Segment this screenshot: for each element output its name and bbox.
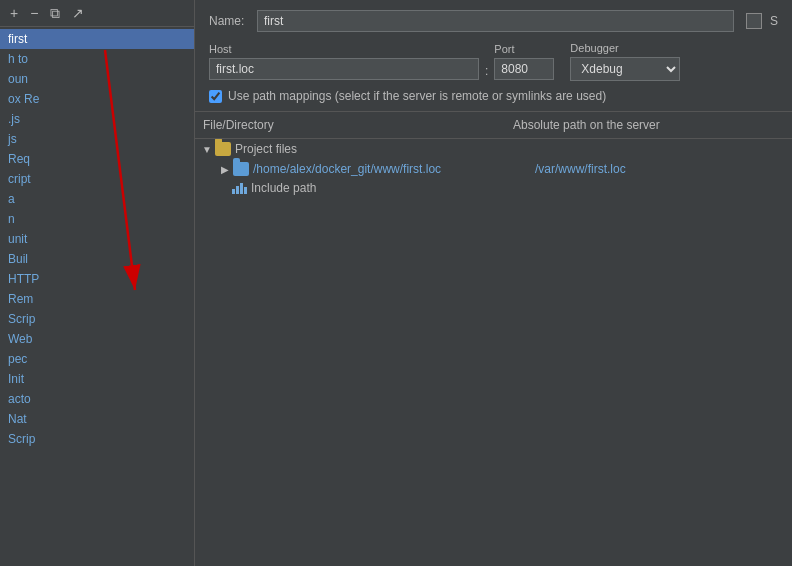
- sidebar-item-12[interactable]: HTTP: [0, 269, 194, 289]
- path-mappings-checkbox[interactable]: [209, 90, 222, 103]
- host-port-row: Host : Port Debugger Xdebug Zend Debugge…: [209, 42, 778, 81]
- table-body: ▼ Project files ▶ /home/alex/docker_git/…: [195, 139, 792, 566]
- sidebar-item-1[interactable]: h to: [0, 49, 194, 69]
- table-row[interactable]: ▶ /home/alex/docker_git/www/first.loc /v…: [195, 159, 792, 179]
- sidebar-item-17[interactable]: Init: [0, 369, 194, 389]
- sidebar-list: first h to oun ox Re .js js Req cript a …: [0, 27, 194, 566]
- col-absolute-header: Absolute path on the server: [505, 116, 792, 134]
- folder-icon-blue: [233, 162, 249, 176]
- sidebar-item-7[interactable]: cript: [0, 169, 194, 189]
- form-area: Name: S Host : Port Debugger Xdebug Zend…: [195, 0, 792, 111]
- table-row[interactable]: ▼ Project files: [195, 139, 792, 159]
- bar-2: [236, 186, 239, 194]
- bar-3: [240, 183, 243, 194]
- checkbox-s-label: S: [770, 14, 778, 28]
- sidebar-item-3[interactable]: ox Re: [0, 89, 194, 109]
- host-input[interactable]: [209, 58, 479, 80]
- expand-icon[interactable]: ▶: [217, 161, 233, 177]
- folder-icon: [215, 142, 231, 156]
- sidebar-item-4[interactable]: .js: [0, 109, 194, 129]
- sidebar-item-13[interactable]: Rem: [0, 289, 194, 309]
- name-label: Name:: [209, 14, 249, 28]
- row-1-absolute: /var/www/first.loc: [527, 162, 788, 176]
- sidebar-item-6[interactable]: Req: [0, 149, 194, 169]
- row-1-file-col: ▶ /home/alex/docker_git/www/first.loc: [217, 161, 527, 177]
- col-file-header: File/Directory: [195, 116, 505, 134]
- remove-button[interactable]: −: [26, 4, 42, 22]
- port-group: Port: [494, 43, 554, 80]
- name-input[interactable]: [257, 10, 734, 32]
- path-mappings-label: Use path mappings (select if the server …: [228, 89, 606, 103]
- sidebar-item-18[interactable]: acto: [0, 389, 194, 409]
- checkbox-s[interactable]: [746, 13, 762, 29]
- table-header: File/Directory Absolute path on the serv…: [195, 112, 792, 139]
- row-1-label: /home/alex/docker_git/www/first.loc: [253, 162, 441, 176]
- bar-chart: [232, 182, 247, 194]
- row-0-file-col: ▼ Project files: [199, 141, 509, 157]
- host-label: Host: [209, 43, 479, 55]
- sidebar-item-5[interactable]: js: [0, 129, 194, 149]
- table-area: File/Directory Absolute path on the serv…: [195, 111, 792, 566]
- table-row[interactable]: Include path: [195, 179, 792, 197]
- row-0-label: Project files: [235, 142, 297, 156]
- path-mappings-row: Use path mappings (select if the server …: [209, 89, 778, 103]
- sidebar-item-16[interactable]: pec: [0, 349, 194, 369]
- colon-separator: :: [485, 64, 488, 78]
- debugger-select[interactable]: Xdebug Zend Debugger: [570, 57, 680, 81]
- host-group: Host: [209, 43, 479, 80]
- sidebar-item-10[interactable]: unit: [0, 229, 194, 249]
- main-panel: Name: S Host : Port Debugger Xdebug Zend…: [195, 0, 792, 566]
- sidebar-item-9[interactable]: n: [0, 209, 194, 229]
- row-2-file-col: Include path: [231, 181, 541, 195]
- sidebar-item-15[interactable]: Web: [0, 329, 194, 349]
- bar-1: [232, 189, 235, 194]
- sidebar-item-11[interactable]: Buil: [0, 249, 194, 269]
- port-label: Port: [494, 43, 554, 55]
- include-path-icon: [231, 182, 247, 194]
- sidebar-toolbar: + − ⧉ ↗: [0, 0, 194, 27]
- sidebar-item-19[interactable]: Nat: [0, 409, 194, 429]
- debugger-label: Debugger: [570, 42, 680, 54]
- row-2-label: Include path: [251, 181, 316, 195]
- name-row: Name: S: [209, 10, 778, 32]
- sidebar-item-8[interactable]: a: [0, 189, 194, 209]
- port-input[interactable]: [494, 58, 554, 80]
- debugger-group: Debugger Xdebug Zend Debugger: [570, 42, 680, 81]
- copy-button[interactable]: ⧉: [46, 4, 64, 22]
- move-button[interactable]: ↗: [68, 4, 88, 22]
- sidebar-item-14[interactable]: Scrip: [0, 309, 194, 329]
- sidebar: + − ⧉ ↗ first h to oun ox Re .js js Req …: [0, 0, 195, 566]
- sidebar-item-first[interactable]: first: [0, 29, 194, 49]
- sidebar-item-20[interactable]: Scrip: [0, 429, 194, 449]
- bar-4: [244, 187, 247, 194]
- sidebar-item-2[interactable]: oun: [0, 69, 194, 89]
- add-button[interactable]: +: [6, 4, 22, 22]
- expand-icon[interactable]: ▼: [199, 141, 215, 157]
